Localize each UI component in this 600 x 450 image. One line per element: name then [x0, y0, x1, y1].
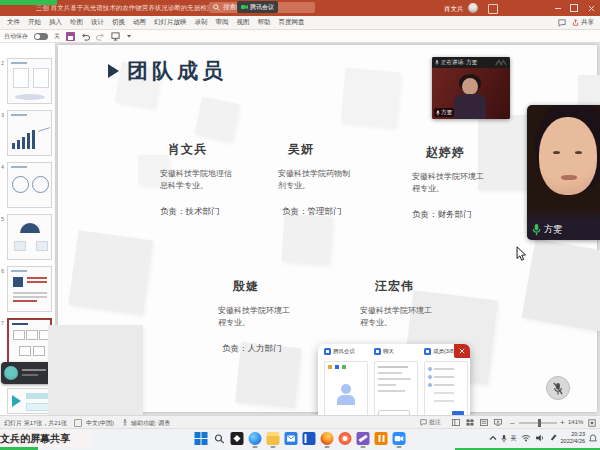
undo-icon[interactable] [81, 32, 90, 41]
member-block-4[interactable]: 殷婕 安徽科技学院环境工程专业。 负责：人力部门 [218, 278, 298, 355]
ime-indicator[interactable]: 英 [511, 434, 517, 443]
qat-more-icon[interactable] [126, 33, 132, 39]
meeting-video-window-large[interactable]: 方雯 [527, 105, 600, 240]
taskbar-preview-popup: 腾讯会议 聊天 成员(3/8) [318, 344, 470, 424]
tray-chevron-icon[interactable] [489, 435, 497, 441]
zoom-out-button[interactable]: – [510, 418, 514, 427]
accessibility-status[interactable]: 辅助功能: 调查 [131, 419, 170, 428]
preview-header-members[interactable]: 成员(3/8) [424, 348, 455, 355]
zoom-level[interactable]: 141% [568, 419, 583, 425]
slide-sorter-view-icon[interactable] [466, 419, 474, 426]
file-explorer-icon[interactable] [267, 432, 280, 445]
tab-baidu-netdisk[interactable]: 百度网盘 [275, 18, 309, 27]
dictionary-app-icon[interactable] [303, 432, 316, 445]
tab-animations[interactable]: 动画 [129, 18, 150, 27]
save-icon[interactable] [66, 32, 75, 41]
quick-access-toolbar: 自动保存 关 [0, 30, 600, 43]
tab-home[interactable]: 开始 [24, 18, 45, 27]
search-icon [213, 4, 220, 11]
tab-insert[interactable]: 插入 [45, 18, 66, 27]
preview-thumbnail-chat[interactable] [374, 361, 418, 420]
clock[interactable]: 20:23 2022/4/26 [561, 431, 585, 445]
preview-thumbnail-members[interactable] [424, 361, 468, 420]
preview-close-button[interactable] [454, 344, 470, 358]
tab-transitions[interactable]: 切换 [108, 18, 129, 27]
taskbar-search-button[interactable] [213, 432, 226, 445]
start-slideshow-icon[interactable] [111, 32, 120, 41]
members-window-icon [424, 348, 431, 355]
slide-thumbnail[interactable] [7, 214, 52, 260]
mail-app-icon[interactable] [285, 432, 298, 445]
reading-view-icon[interactable] [480, 419, 488, 426]
tray-mic-icon[interactable] [501, 434, 507, 443]
member-block-2[interactable]: 吴妍 安徽科技学院药物制剂专业。 负责：管理部门 [278, 141, 358, 218]
member-block-5[interactable]: 汪宏伟 安徽科技学院环境工程专业。 [360, 278, 440, 328]
tab-file[interactable]: 文件 [3, 18, 24, 27]
preview-header-chat[interactable]: 聊天 [374, 348, 394, 355]
slide-thumbnail-partial[interactable] [7, 388, 52, 414]
visual-studio-icon[interactable] [357, 432, 370, 445]
language-status[interactable]: 中文(中国) [86, 419, 114, 428]
security-app-icon[interactable] [339, 432, 352, 445]
pen-icon[interactable] [549, 434, 557, 442]
minimize-button[interactable] [550, 0, 566, 16]
preview-thumbnail-meeting[interactable] [324, 361, 368, 420]
edge-browser-icon[interactable] [249, 432, 262, 445]
book-spine [305, 434, 307, 443]
autosave-toggle[interactable] [34, 33, 48, 40]
close-button[interactable] [582, 0, 600, 16]
tab-slideshow[interactable]: 幻灯片放映 [150, 18, 191, 27]
screenshare-border-top [0, 0, 57, 5]
member-name: 汪宏伟 [375, 278, 440, 295]
zoom-slider-knob[interactable] [538, 419, 541, 427]
tab-record[interactable]: 录制 [191, 18, 212, 27]
comment-icon[interactable] [558, 19, 566, 27]
wifi-icon[interactable] [521, 434, 531, 442]
mini-box [36, 241, 48, 251]
mini-arrow [12, 395, 21, 407]
mic-muted-button[interactable] [546, 376, 570, 400]
meeting-video-window-small[interactable]: 正在讲话: 方雯 方雯 [432, 57, 510, 119]
redo-icon[interactable] [96, 32, 105, 41]
tab-draw[interactable]: 绘图 [66, 18, 87, 27]
tab-review[interactable]: 审阅 [212, 18, 233, 27]
slide-thumbnail[interactable] [7, 58, 52, 104]
slide-title-block[interactable]: 团队成员 [108, 57, 227, 85]
avatar[interactable] [468, 3, 478, 13]
preview-header-meeting[interactable]: 腾讯会议 [324, 348, 355, 355]
slide-thumbnail[interactable] [7, 266, 52, 312]
slide-thumbnail-selected[interactable] [7, 318, 52, 364]
meeting-floating-widget[interactable] [1, 362, 53, 384]
taskbar-icons [195, 432, 406, 445]
volume-icon[interactable] [535, 434, 545, 442]
tab-view[interactable]: 视图 [233, 18, 254, 27]
member-duty: 负责：财务部门 [412, 209, 492, 221]
slideshow-view-icon[interactable] [494, 419, 502, 426]
chat-window-icon [374, 348, 381, 355]
slide-thumbnail[interactable] [7, 110, 52, 156]
meeting-taskbar-badge[interactable]: 腾讯会议 [237, 1, 278, 13]
member-block-3[interactable]: 赵婷婷 安徽科技学院环境工程专业。 负责：财务部门 [412, 144, 492, 221]
notification-bell-icon[interactable] [589, 434, 597, 443]
firefox-browser-icon[interactable] [321, 432, 334, 445]
member-block-1[interactable]: 肖文兵 安徽科技学院地理信息科学专业。 负责：技术部门 [160, 141, 240, 218]
tencent-meeting-icon[interactable] [393, 432, 406, 445]
normal-view-icon[interactable] [452, 419, 460, 426]
maximize-button[interactable] [566, 0, 582, 16]
fit-to-window-icon[interactable] [588, 419, 596, 427]
spellcheck-icon[interactable] [74, 419, 82, 427]
mini-logo [13, 277, 23, 287]
mini-trendline [38, 127, 50, 132]
music-app-icon[interactable] [375, 432, 388, 445]
comments-button[interactable]: 批注 [420, 418, 441, 427]
zoom-in-button[interactable]: + [560, 418, 565, 427]
decor-square [48, 325, 143, 420]
tab-design[interactable]: 设计 [87, 18, 108, 27]
slide-thumbnail[interactable] [7, 162, 52, 208]
start-button[interactable] [195, 432, 208, 445]
tab-help[interactable]: 帮助 [254, 18, 275, 27]
account-name[interactable]: 肖文兵 [444, 5, 464, 14]
photos-app-icon[interactable] [231, 432, 244, 445]
ribbon-display-options-icon[interactable] [488, 4, 498, 14]
share-button[interactable]: 共享 [572, 18, 594, 27]
